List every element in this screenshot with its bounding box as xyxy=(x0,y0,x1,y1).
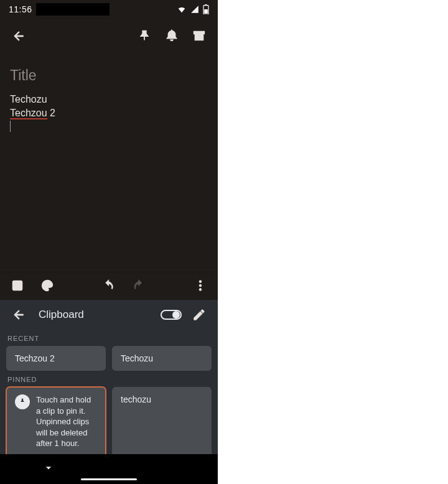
status-redacted xyxy=(36,3,110,16)
redo-button xyxy=(125,272,152,299)
pinned-clip[interactable]: techozu xyxy=(112,387,212,454)
archive-button[interactable] xyxy=(185,22,213,50)
recent-clip[interactable]: Techozu xyxy=(112,346,212,371)
status-time: 11:56 xyxy=(9,4,32,14)
svg-rect-4 xyxy=(194,32,205,34)
note-body-line2[interactable]: Techzou 2 xyxy=(10,106,208,120)
system-nav-bar xyxy=(0,454,218,484)
overflow-menu-button[interactable] xyxy=(187,272,214,299)
clip-text: Techozu xyxy=(121,353,153,363)
svg-point-9 xyxy=(45,282,47,283)
undo-button[interactable] xyxy=(95,272,123,299)
hide-keyboard-button[interactable] xyxy=(42,462,55,477)
clipboard-toggle[interactable] xyxy=(161,310,182,320)
app-bar xyxy=(0,19,218,54)
gesture-pill[interactable] xyxy=(81,478,137,480)
text-cursor xyxy=(10,121,11,132)
svg-point-11 xyxy=(199,280,202,282)
clipboard-title: Clipboard xyxy=(39,309,84,321)
note-editor[interactable]: Title Techozu Techzou 2 xyxy=(0,54,218,270)
svg-point-12 xyxy=(199,284,202,287)
clip-text: Touch and hold a clip to pin it. Unpinne… xyxy=(36,394,97,449)
battery-icon xyxy=(203,4,209,14)
status-icons xyxy=(177,4,209,14)
note-title-input[interactable]: Title xyxy=(10,67,208,84)
pinned-section-label: PINNED xyxy=(7,376,212,383)
note-body-line2-rest: 2 xyxy=(47,108,55,118)
phone-frame: 11:56 Title Techozu Techzou 2 xyxy=(0,0,218,484)
back-button[interactable] xyxy=(5,22,32,50)
svg-point-13 xyxy=(199,288,202,291)
add-button[interactable] xyxy=(4,272,31,299)
pinned-hint-clip[interactable]: Touch and hold a clip to pin it. Unpinne… xyxy=(6,387,106,454)
recent-clip[interactable]: Techzou 2 xyxy=(6,346,106,371)
status-bar: 11:56 xyxy=(0,0,218,19)
svg-rect-1 xyxy=(205,4,207,6)
palette-button[interactable] xyxy=(34,272,61,299)
pin-button[interactable] xyxy=(131,22,158,50)
wifi-icon xyxy=(177,5,187,14)
note-bottom-toolbar xyxy=(0,270,218,300)
recent-section-label: RECENT xyxy=(7,335,212,342)
misspelled-word[interactable]: Techzou xyxy=(10,108,47,120)
keyboard-clipboard-panel: Clipboard RECENT Techzou 2 Techozu PINNE… xyxy=(0,300,218,484)
pin-icon xyxy=(15,394,30,409)
svg-rect-2 xyxy=(204,9,208,14)
reminder-button[interactable] xyxy=(158,22,185,50)
note-body-line1[interactable]: Techozu xyxy=(10,93,208,106)
clipboard-back-button[interactable] xyxy=(5,301,32,328)
clipboard-header: Clipboard xyxy=(0,300,218,330)
clipboard-edit-button[interactable] xyxy=(185,301,213,328)
signal-icon xyxy=(190,5,199,14)
clip-text: Techzou 2 xyxy=(15,353,55,363)
svg-point-8 xyxy=(44,284,45,285)
clip-text: techozu xyxy=(121,394,151,404)
svg-point-10 xyxy=(48,282,49,283)
